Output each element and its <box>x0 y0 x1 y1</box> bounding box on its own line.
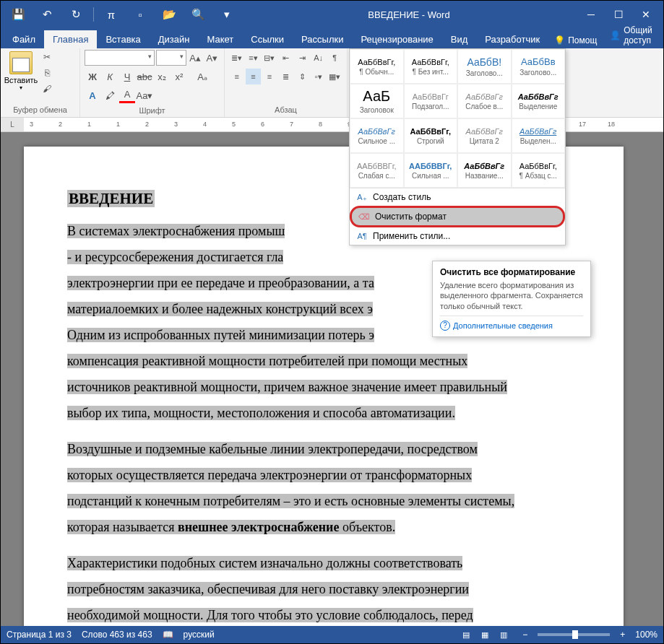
clear-format-item[interactable]: ⌫ Очистить формат <box>350 206 565 227</box>
tab-file[interactable]: Файл <box>4 30 44 48</box>
style-cell-8[interactable]: АаБбВвГгСильное ... <box>350 118 404 153</box>
format-painter-icon[interactable]: 🖌 <box>40 82 54 96</box>
superscript-button[interactable]: x² <box>171 69 187 84</box>
print-layout-icon[interactable]: ▦ <box>476 627 493 642</box>
save-icon[interactable]: 💾 <box>5 4 31 25</box>
help-icon: ? <box>440 321 450 331</box>
new-doc-icon[interactable]: ▫ <box>127 4 153 25</box>
style-cell-13[interactable]: ААБбВВГг,Сильная ... <box>404 153 458 188</box>
undo-icon[interactable]: ↶ <box>34 4 60 25</box>
align-right-icon[interactable]: ≡ <box>262 69 277 84</box>
style-cell-5[interactable]: АаБбВвГгПодзагол... <box>404 84 458 118</box>
bullets-icon[interactable]: ≣▾ <box>229 50 245 66</box>
style-cell-3[interactable]: АаБбВвЗаголово... <box>512 49 566 84</box>
tell-me-search[interactable]: 💡 Помощ <box>548 32 603 48</box>
show-marks-icon[interactable]: ¶ <box>327 50 342 66</box>
grow-font-icon[interactable]: A▴ <box>188 50 203 66</box>
minimize-button[interactable]: ─ <box>578 4 604 25</box>
tooltip-title: Очистить все форматирование <box>440 267 583 277</box>
italic-button[interactable]: К <box>102 69 118 84</box>
increase-indent-icon[interactable]: ⇥ <box>294 50 310 66</box>
style-cell-15[interactable]: АаБбВвГг,¶ Абзац с... <box>512 153 566 188</box>
tab-developer[interactable]: Разработчик <box>476 30 548 48</box>
font-name-select[interactable] <box>85 50 155 66</box>
copy-icon[interactable]: ⎘ <box>40 66 54 80</box>
qat-dropdown-icon[interactable]: ▾ <box>214 4 240 25</box>
cut-icon[interactable]: ✂ <box>40 50 54 64</box>
repeat-icon[interactable]: ↻ <box>63 4 89 25</box>
web-layout-icon[interactable]: ▥ <box>495 627 512 642</box>
style-cell-4[interactable]: АаБЗаголовок <box>350 84 404 118</box>
font-size-select[interactable] <box>156 50 186 66</box>
zoom-in-button[interactable]: + <box>620 630 625 640</box>
tab-mailings[interactable]: Рассылки <box>293 30 352 48</box>
tooltip-help-link[interactable]: ? Дополнительные сведения <box>440 316 583 331</box>
tab-view[interactable]: Вид <box>442 30 477 48</box>
create-style-icon: A₊ <box>357 192 367 202</box>
text-effects-icon[interactable]: A <box>85 87 100 103</box>
window-title: ВВЕДЕНИЕ - Word <box>240 9 578 20</box>
tab-references[interactable]: Ссылки <box>242 30 293 48</box>
style-cell-7[interactable]: АаБбВвГгВыделение <box>512 84 566 118</box>
horizontal-ruler[interactable]: 321123456789101112131415161718 <box>24 118 663 131</box>
subscript-button[interactable]: x₂ <box>154 69 170 84</box>
tab-home[interactable]: Главная <box>44 30 97 48</box>
tab-review[interactable]: Рецензирование <box>352 30 441 48</box>
zoom-level[interactable]: 100% <box>635 630 657 640</box>
read-mode-icon[interactable]: ▤ <box>457 627 475 642</box>
group-font: A▴ A▾ Ж К Ч abc x₂ x² Aₐ A 🖍 A Aa▾ Шрифт <box>80 48 225 117</box>
align-center-icon[interactable]: ≡ <box>246 69 262 84</box>
shading-icon[interactable]: ▫▾ <box>311 69 327 84</box>
style-cell-10[interactable]: АаБбВвГгЦитата 2 <box>457 118 512 153</box>
highlight-icon[interactable]: 🖍 <box>102 87 118 103</box>
underline-button[interactable]: Ч <box>119 69 135 84</box>
zoom-slider[interactable] <box>538 633 610 636</box>
language-indicator[interactable]: русский <box>184 630 215 640</box>
style-grid: АаБбВвГг,¶ Обычн...АаБбВвГг,¶ Без инт...… <box>350 49 565 188</box>
preview-icon[interactable]: 🔍 <box>185 4 211 25</box>
style-cell-6[interactable]: АаБбВвГгСлабое в... <box>457 84 512 118</box>
multilevel-icon[interactable]: ⊟▾ <box>262 50 277 66</box>
shrink-font-icon[interactable]: A▾ <box>204 50 220 66</box>
separator <box>93 7 94 22</box>
tab-design[interactable]: Дизайн <box>150 30 199 48</box>
create-style-item[interactable]: A₊ Создать стиль <box>350 188 565 206</box>
style-cell-11[interactable]: АаБбВвГгВыделен... <box>512 118 566 153</box>
align-left-icon[interactable]: ≡ <box>229 69 245 84</box>
share-button[interactable]: 👤 Общий доступ <box>603 22 660 48</box>
style-cell-14[interactable]: АаБбВвГгНазвание... <box>457 153 512 188</box>
apply-styles-item[interactable]: A¶ Применить стили... <box>350 227 565 245</box>
pi-icon[interactable]: π <box>98 4 124 25</box>
word-count[interactable]: Слово 463 из 463 <box>82 630 152 640</box>
spellcheck-icon[interactable]: 📖 <box>163 630 173 640</box>
line-spacing-icon[interactable]: ⇕ <box>294 69 310 84</box>
style-cell-2[interactable]: АаБбВ!Заголово... <box>457 49 512 84</box>
paste-button[interactable]: Вставить ▾ <box>5 50 37 104</box>
strike-button[interactable]: abc <box>137 69 152 84</box>
ruler-corner: L <box>1 118 24 131</box>
tab-insert[interactable]: Вставка <box>97 30 149 48</box>
title-bar: 💾 ↶ ↻ π ▫ 📂 🔍 ▾ ВВЕДЕНИЕ - Word ─ ☐ ✕ <box>1 1 663 28</box>
change-case-icon[interactable]: Aa▾ <box>137 87 152 103</box>
style-cell-0[interactable]: АаБбВвГг,¶ Обычн... <box>350 49 404 84</box>
sort-icon[interactable]: A↓ <box>311 50 327 66</box>
page-indicator[interactable]: Страница 1 из 3 <box>7 630 72 640</box>
ribbon-tabs: Файл Главная Вставка Дизайн Макет Ссылки… <box>1 28 663 48</box>
style-cell-9[interactable]: АаБбВвГг,Строгий <box>404 118 458 153</box>
open-icon[interactable]: 📂 <box>156 4 182 25</box>
paste-icon <box>9 51 33 74</box>
style-cell-1[interactable]: АаБбВвГг,¶ Без инт... <box>404 49 458 84</box>
borders-icon[interactable]: ▦▾ <box>327 69 342 84</box>
tab-layout[interactable]: Макет <box>198 30 242 48</box>
zoom-out-button[interactable]: − <box>522 630 527 640</box>
styles-gallery: АаБбВвГг,¶ Обычн...АаБбВвГг,¶ Без инт...… <box>349 48 566 245</box>
doc-heading: ВВЕДЕНИЕ <box>67 190 155 207</box>
doc-paragraph-2: Воздушные и подземные кабельные линии эл… <box>67 436 580 540</box>
bold-button[interactable]: Ж <box>85 69 100 84</box>
style-cell-12[interactable]: ААБбВВГг,Слабая с... <box>350 153 404 188</box>
clear-format-icon[interactable]: Aₐ <box>194 69 210 84</box>
numbering-icon[interactable]: ≡▾ <box>246 50 262 66</box>
decrease-indent-icon[interactable]: ⇤ <box>278 50 294 66</box>
justify-icon[interactable]: ≣ <box>278 69 294 84</box>
font-color-icon[interactable]: A <box>119 87 135 103</box>
